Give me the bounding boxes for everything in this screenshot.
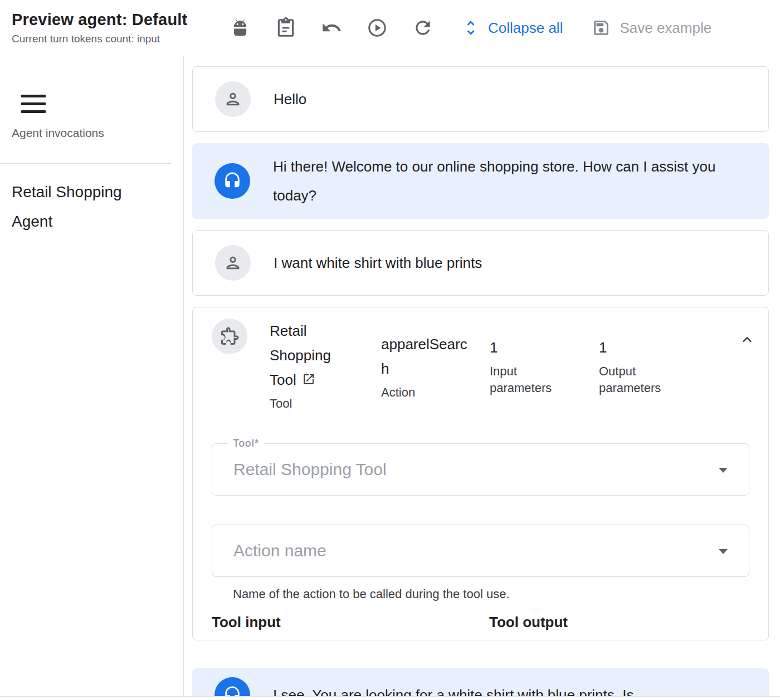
android-icon — [230, 17, 251, 38]
extension-puzzle-icon — [220, 326, 240, 346]
agent-invocations-label: Agent invocations — [12, 126, 183, 140]
collapse-all-label: Collapse all — [488, 19, 563, 37]
tool-field-label: Tool* — [228, 437, 264, 449]
tool-field-value: Retail Shopping Tool — [233, 460, 387, 479]
token-count-subtitle: Current turn tokens count: input — [12, 33, 230, 45]
action-column: apparelSearch Action — [381, 332, 467, 401]
user-message: Hello — [192, 66, 769, 132]
undo-button[interactable] — [321, 17, 342, 38]
restart-button[interactable] — [412, 17, 433, 38]
refresh-icon — [412, 17, 433, 38]
header-titles: Preview agent: Default Current turn toke… — [0, 11, 230, 45]
dropdown-arrow-icon — [719, 549, 728, 554]
agent-message: Hi there! Welcome to our online shopping… — [192, 143, 769, 219]
main-area: Agent invocations Retail Shopping Agent … — [0, 56, 780, 700]
chevron-up-icon — [738, 331, 756, 349]
output-params-column: 1 Output parameters — [599, 335, 694, 396]
collapse-all-button[interactable]: Collapse all — [461, 18, 563, 37]
user-message: I want white shirt with blue prints — [192, 230, 769, 296]
action-field-placeholder: Action name — [233, 541, 326, 560]
bottom-divider — [0, 696, 780, 700]
play-circle-icon — [367, 17, 388, 38]
action-helper-text: Name of the action to be called during t… — [233, 587, 749, 601]
save-example-button[interactable]: Save example — [592, 18, 711, 37]
collapse-card-button[interactable] — [738, 331, 756, 349]
agent-avatar — [214, 163, 250, 199]
tool-type-label: Tool — [270, 395, 359, 412]
headset-icon — [223, 172, 242, 190]
tool-invocation-card: Retail Shopping Tool Tool apparelSearch … — [192, 307, 769, 640]
message-text: Hi there! Welcome to our online shopping… — [273, 152, 747, 210]
tool-output-header: Tool output — [489, 614, 568, 631]
user-avatar — [215, 81, 251, 117]
action-type-label: Action — [381, 384, 467, 401]
person-icon — [223, 253, 242, 272]
hamburger-icon — [21, 95, 46, 97]
input-params-column: 1 Input parameters — [490, 335, 577, 396]
open-in-new-icon[interactable] — [302, 373, 315, 386]
action-name: apparelSearch — [381, 332, 467, 381]
sidebar: Agent invocations Retail Shopping Agent — [0, 56, 184, 700]
action-select-field[interactable]: Action name — [212, 525, 749, 577]
clipboard-icon — [275, 17, 296, 38]
output-count: 1 — [599, 335, 694, 360]
page-title: Preview agent: Default — [12, 11, 230, 29]
unfold-icon — [461, 18, 480, 37]
play-button[interactable] — [367, 17, 388, 38]
dropdown-arrow-icon — [719, 468, 728, 473]
copy-conversation-button[interactable] — [275, 17, 296, 38]
sidebar-item-retail-shopping-agent[interactable]: Retail Shopping Agent — [12, 177, 159, 236]
input-count: 1 — [490, 335, 577, 360]
tool-select-field[interactable]: Tool* Retail Shopping Tool — [212, 443, 749, 496]
save-example-label: Save example — [620, 19, 711, 37]
input-params-label: Input parameters — [490, 363, 577, 396]
save-icon — [592, 18, 611, 37]
tool-name-column: Retail Shopping Tool Tool — [270, 319, 359, 412]
tool-card-header: Retail Shopping Tool Tool apparelSearch … — [212, 319, 749, 412]
undo-icon — [321, 17, 342, 38]
tool-input-header: Tool input — [212, 614, 489, 631]
tool-avatar — [212, 319, 247, 354]
output-params-label: Output parameters — [599, 363, 694, 396]
agent-bot-button[interactable] — [230, 17, 251, 38]
agent-message: I see. You are looking for a white shirt… — [192, 668, 769, 700]
menu-button[interactable] — [21, 95, 46, 113]
sidebar-divider — [0, 163, 171, 164]
header-toolbar: Collapse all Save example — [230, 17, 711, 38]
header: Preview agent: Default Current turn toke… — [0, 0, 780, 56]
io-headers: Tool input Tool output — [212, 614, 749, 631]
message-text: I want white shirt with blue prints — [274, 248, 482, 277]
conversation-panel: Hello Hi there! Welcome to our online sh… — [184, 56, 780, 700]
person-icon — [223, 90, 242, 109]
tool-name: Retail Shopping Tool — [270, 319, 359, 392]
user-avatar — [215, 245, 251, 281]
message-text: Hello — [274, 85, 306, 114]
